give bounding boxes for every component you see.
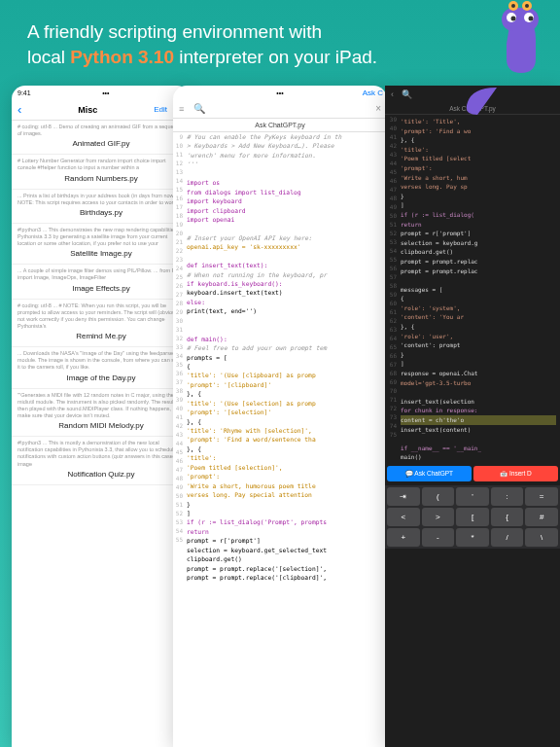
file-item[interactable]: ... A couple of simple image filter demo… xyxy=(12,265,191,299)
keyboard-key[interactable]: # xyxy=(525,508,558,526)
file-item[interactable]: # coding: utf-8 ... # NOTE: When you run… xyxy=(12,300,191,348)
file-name: Random MIDI Melody.py xyxy=(18,421,185,430)
file-item[interactable]: ... Prints a list of birthdays in your a… xyxy=(12,190,191,224)
svg-point-8 xyxy=(529,17,534,21)
folder-title: Misc xyxy=(78,105,97,115)
status-bar: ••• xyxy=(173,86,387,99)
code-editor[interactable]: 9101112131415161718192021222324252627282… xyxy=(173,132,387,582)
insert-button[interactable]: 📅 Insert D xyxy=(473,466,558,481)
file-name: Remind Me.py xyxy=(18,332,185,340)
file-preview: #!python3 ... This demonstrates the new … xyxy=(18,227,185,247)
file-item[interactable]: #!python3 ... This demonstrates the new … xyxy=(12,224,191,265)
keyboard-key[interactable]: - xyxy=(422,528,455,547)
nav-bar: ‹ Misc Edit 🔍 xyxy=(12,99,191,121)
status-bar: 9:41•••⁃ xyxy=(12,86,191,99)
svg-point-3 xyxy=(511,4,515,8)
keyboard-key[interactable]: > xyxy=(422,508,455,526)
svg-point-4 xyxy=(525,4,529,8)
file-browser-panel: 9:41•••⁃ ‹ Misc Edit 🔍 # coding: utf-8 .… xyxy=(12,86,191,747)
file-name: Satellite Image.py xyxy=(18,249,185,258)
file-item[interactable]: #!python3 ... This is mostly a demonstra… xyxy=(12,437,191,485)
file-name: Random Numbers.py xyxy=(18,174,185,183)
action-buttons: 💬 Ask ChatGPT 📅 Insert D xyxy=(385,464,560,483)
file-preview: # coding: utf-8 ... # NOTE: When you run… xyxy=(18,302,185,331)
search-icon[interactable]: 🔍 xyxy=(402,89,412,99)
keyboard-key[interactable]: \ xyxy=(525,528,558,547)
file-item[interactable]: ... Downloads the NASA's "Image of the D… xyxy=(12,347,191,388)
keyboard-accessory: ⇥(':=<>[{#+-*/\ xyxy=(385,485,560,549)
file-name: Animated GIF.py xyxy=(18,139,185,148)
ask-chatgpt-button[interactable]: 💬 Ask ChatGPT xyxy=(387,466,472,481)
snake-mascot-icon xyxy=(443,0,560,117)
menu-icon[interactable]: ≡ xyxy=(179,104,184,114)
back-icon[interactable]: ‹ xyxy=(391,89,394,99)
file-name: Notification Quiz.py xyxy=(18,470,185,479)
other-tab[interactable]: Ask C xyxy=(363,86,383,97)
file-item[interactable]: '''Generates a MIDI file with 12 random … xyxy=(12,389,191,438)
file-preview: '''Generates a MIDI file with 12 random … xyxy=(18,392,185,420)
keyboard-key[interactable]: { xyxy=(491,508,524,526)
file-name: Birthdays.py xyxy=(18,208,185,217)
keyboard-key[interactable]: * xyxy=(456,528,489,547)
file-item[interactable]: # coding: utf-8 ... Demo of creating an … xyxy=(12,121,191,155)
file-preview: ... Prints a list of birthdays in your a… xyxy=(18,193,185,206)
keyboard-key[interactable]: : xyxy=(491,487,524,506)
editor-panel-dark: ‹ 🔍 Ask ChatGPT.py 394041424344454647484… xyxy=(385,86,560,747)
file-preview: ... Downloads the NASA's "Image of the D… xyxy=(18,350,185,371)
keyboard-key[interactable]: [ xyxy=(456,508,489,526)
search-icon[interactable]: 🔍 xyxy=(193,103,205,114)
back-button[interactable]: ‹ xyxy=(18,102,21,117)
keyboard-key[interactable]: / xyxy=(491,528,524,547)
file-preview: # coding: utf-8 ... Demo of creating an … xyxy=(18,124,185,137)
keyboard-key[interactable]: + xyxy=(387,528,420,547)
keyboard-key[interactable]: < xyxy=(387,508,420,526)
file-name: Image Effects.py xyxy=(18,284,185,293)
keyboard-key[interactable]: ' xyxy=(456,487,489,506)
file-item[interactable]: # Lottery Number Generator from random i… xyxy=(12,155,191,189)
code-editor-dark[interactable]: 3940414243444546474849505152535455565758… xyxy=(385,115,560,464)
keyboard-key[interactable]: = xyxy=(525,487,558,506)
svg-point-6 xyxy=(511,17,516,21)
keyboard-key[interactable]: ⇥ xyxy=(387,487,420,506)
file-preview: #!python3 ... This is mostly a demonstra… xyxy=(18,440,185,468)
editor-panel-light: ••• ≡ 🔍 × Ask C Ask ChatGPT.py 910111213… xyxy=(173,86,387,747)
close-tab-icon[interactable]: × xyxy=(375,103,381,114)
file-preview: ... A couple of simple image filter demo… xyxy=(18,267,185,281)
editor-tabs: ≡ 🔍 × Ask C xyxy=(173,99,387,119)
file-name: Image of the Day.py xyxy=(18,374,185,382)
edit-button[interactable]: Edit xyxy=(154,105,167,114)
file-preview: # Lottery Number Generator from random i… xyxy=(18,158,185,171)
keyboard-key[interactable]: ( xyxy=(422,487,455,506)
editor-filename: Ask ChatGPT.py xyxy=(173,119,387,132)
